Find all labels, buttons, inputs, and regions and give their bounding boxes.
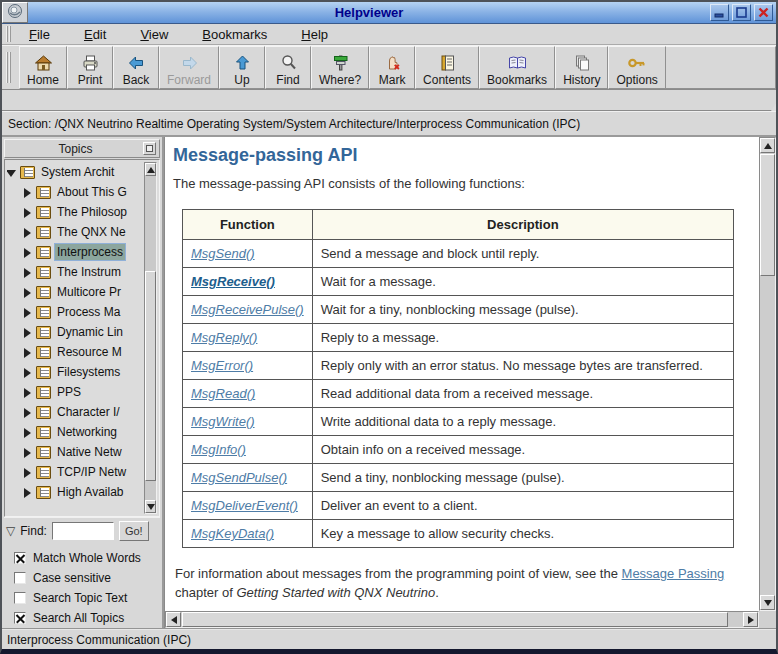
minimize-button[interactable] bbox=[710, 4, 729, 21]
function-link[interactable]: MsgInfo() bbox=[191, 442, 246, 457]
tree-item[interactable]: The Philosop bbox=[7, 202, 143, 222]
tree-item[interactable]: Character I/ bbox=[7, 402, 143, 422]
function-link[interactable]: MsgKeyData() bbox=[191, 526, 274, 541]
tree-item[interactable]: Networking bbox=[7, 422, 143, 442]
chevron-icon[interactable] bbox=[23, 408, 32, 417]
titlebar[interactable]: Helpviewer bbox=[2, 2, 776, 24]
checkbox-icon[interactable] bbox=[14, 592, 26, 604]
maximize-button[interactable] bbox=[732, 4, 751, 21]
tree-item[interactable]: System Archit bbox=[7, 162, 143, 182]
back-button[interactable]: Back bbox=[113, 46, 159, 89]
scroll-down-button[interactable] bbox=[760, 595, 775, 610]
chevron-icon[interactable] bbox=[23, 308, 32, 317]
up-button[interactable]: Up bbox=[219, 46, 265, 89]
scrollbar-thumb[interactable] bbox=[760, 154, 775, 276]
chevron-icon[interactable] bbox=[23, 248, 32, 257]
function-link[interactable]: MsgDeliverEvent() bbox=[191, 498, 298, 513]
chevron-icon[interactable] bbox=[23, 348, 32, 357]
menu-file[interactable]: File bbox=[19, 25, 60, 44]
tree-item[interactable]: High Availab bbox=[7, 482, 143, 502]
tree-item-selected[interactable]: Interprocess bbox=[7, 242, 143, 262]
option-search-all-topics[interactable]: Search All Topics bbox=[14, 608, 160, 628]
chevron-icon[interactable] bbox=[23, 428, 32, 437]
tree-item[interactable]: Native Netw bbox=[7, 442, 143, 462]
scroll-left-button[interactable] bbox=[166, 612, 181, 627]
tree-item[interactable]: Filesystems bbox=[7, 362, 143, 382]
chevron-icon[interactable] bbox=[23, 268, 32, 277]
scrollbar-thumb[interactable] bbox=[145, 271, 156, 481]
chevron-icon[interactable] bbox=[23, 488, 32, 497]
scrollbar-thumb[interactable] bbox=[182, 612, 728, 627]
menu-edit[interactable]: Edit bbox=[74, 25, 116, 44]
sidebar-scrollbar[interactable] bbox=[144, 162, 157, 514]
find-button[interactable]: Find bbox=[265, 46, 311, 89]
close-button[interactable] bbox=[754, 4, 773, 21]
chevron-icon[interactable] bbox=[23, 188, 32, 197]
option-search-topic-text[interactable]: Search Topic Text bbox=[14, 588, 160, 608]
menu-bookmarks[interactable]: Bookmarks bbox=[192, 25, 277, 44]
toolbar-label: Contents bbox=[423, 73, 471, 87]
scroll-up-button[interactable] bbox=[145, 163, 156, 176]
chevron-icon[interactable] bbox=[23, 388, 32, 397]
tree-item[interactable]: PPS bbox=[7, 382, 143, 402]
tree-item[interactable]: Process Ma bbox=[7, 302, 143, 322]
find-input[interactable] bbox=[52, 522, 114, 540]
toolbar-label: Bookmarks bbox=[487, 73, 547, 87]
chevron-icon[interactable] bbox=[23, 228, 32, 237]
function-link[interactable]: MsgError() bbox=[191, 358, 253, 373]
tree-item[interactable]: Multicore Pr bbox=[7, 282, 143, 302]
tree-item[interactable]: The QNX Ne bbox=[7, 222, 143, 242]
tree-item[interactable]: Resource M bbox=[7, 342, 143, 362]
chevron-icon[interactable] bbox=[23, 448, 32, 457]
checkbox-icon[interactable] bbox=[14, 572, 26, 584]
contents-button[interactable]: Contents bbox=[415, 46, 479, 89]
menubar-grip[interactable] bbox=[6, 26, 11, 42]
tree-item[interactable]: The Instrum bbox=[7, 262, 143, 282]
history-button[interactable]: History bbox=[555, 46, 608, 89]
function-link[interactable]: MsgReply() bbox=[191, 330, 257, 345]
function-link[interactable]: MsgSendPulse() bbox=[191, 470, 287, 485]
toolbar-grip[interactable] bbox=[6, 52, 11, 82]
message-passing-link[interactable]: Message Passing bbox=[622, 566, 725, 581]
function-link[interactable]: MsgReceive() bbox=[191, 274, 275, 289]
go-button[interactable]: Go! bbox=[119, 521, 149, 541]
horizontal-scrollbar[interactable] bbox=[165, 611, 759, 628]
chevron-icon[interactable] bbox=[23, 208, 32, 217]
footer-text: chapter of bbox=[175, 585, 236, 600]
options-button[interactable]: Options bbox=[608, 46, 665, 89]
checkbox-icon[interactable] bbox=[14, 612, 26, 624]
mark-button[interactable]: Mark bbox=[369, 46, 415, 89]
chevron-icon[interactable] bbox=[23, 468, 32, 477]
status-bar: Interprocess Communication (IPC) bbox=[2, 628, 776, 649]
scroll-right-button[interactable] bbox=[743, 612, 758, 627]
forward-button[interactable]: Forward bbox=[159, 46, 219, 89]
bookmarks-button[interactable]: Bookmarks bbox=[479, 46, 555, 89]
menu-view[interactable]: View bbox=[130, 25, 178, 44]
menu-label: B bbox=[202, 27, 211, 42]
tree-item[interactable]: Dynamic Lin bbox=[7, 322, 143, 342]
chevron-icon[interactable] bbox=[23, 288, 32, 297]
option-case-sensitive[interactable]: Case sensitive bbox=[14, 568, 160, 588]
where-button[interactable]: Where? bbox=[311, 46, 369, 89]
chevron-icon[interactable] bbox=[7, 168, 16, 177]
document-pane: Message-passing API The message-passing … bbox=[164, 137, 776, 628]
chevron-icon[interactable] bbox=[23, 328, 32, 337]
detach-panel-button[interactable] bbox=[143, 142, 156, 155]
menu-help[interactable]: Help bbox=[291, 25, 338, 44]
scroll-down-button[interactable] bbox=[145, 500, 156, 513]
home-button[interactable]: Home bbox=[19, 46, 67, 89]
option-match-whole-words[interactable]: Match Whole Words bbox=[14, 548, 160, 568]
function-link[interactable]: MsgReceivePulse() bbox=[191, 302, 304, 317]
chevron-icon[interactable] bbox=[23, 368, 32, 377]
print-button[interactable]: Print bbox=[67, 46, 113, 89]
scroll-up-button[interactable] bbox=[760, 138, 775, 153]
window-menu-button[interactable] bbox=[2, 2, 28, 23]
tree-item[interactable]: About This G bbox=[7, 182, 143, 202]
collapse-find-button[interactable]: ▽ bbox=[6, 525, 15, 537]
function-link[interactable]: MsgSend() bbox=[191, 246, 255, 261]
tree-item[interactable]: TCP/IP Netw bbox=[7, 462, 143, 482]
function-link[interactable]: MsgWrite() bbox=[191, 414, 255, 429]
function-link[interactable]: MsgRead() bbox=[191, 386, 255, 401]
checkbox-icon[interactable] bbox=[14, 552, 26, 564]
vertical-scrollbar[interactable] bbox=[759, 137, 776, 611]
